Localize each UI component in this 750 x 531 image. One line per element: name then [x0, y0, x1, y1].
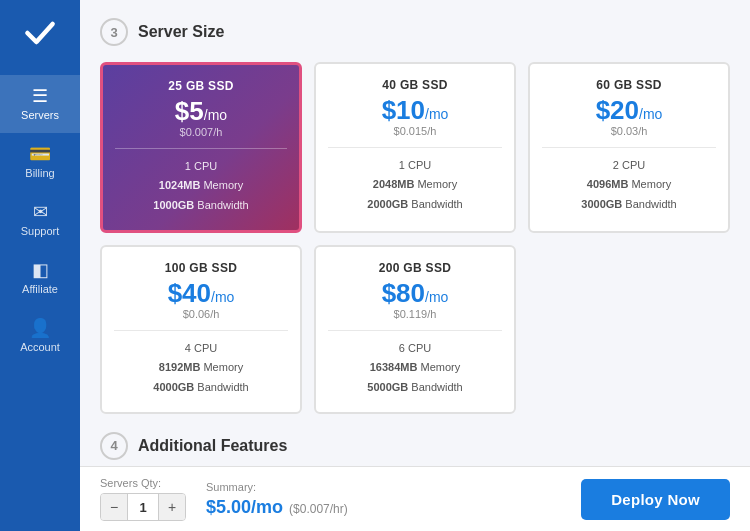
main-content: 3 Server Size 25 GB SSD $5/mo $0.007/h 1… — [80, 0, 750, 531]
card-10mo-hourly: $0.015/h — [328, 125, 502, 137]
sidebar-item-billing[interactable]: 💳 Billing — [0, 133, 80, 191]
card-10mo-price: $10/mo — [328, 96, 502, 125]
section3-number: 3 — [100, 18, 128, 46]
server-card-20mo[interactable]: 60 GB SSD $20/mo $0.03/h 2 CPU 4096MB Me… — [528, 62, 730, 233]
sidebar-item-servers-label: Servers — [21, 109, 59, 121]
sidebar-item-account[interactable]: 👤 Account — [0, 307, 80, 365]
content-area: 3 Server Size 25 GB SSD $5/mo $0.007/h 1… — [80, 0, 750, 466]
card-40mo-specs: 4 CPU 8192MB Memory 4000GB Bandwidth — [114, 339, 288, 398]
card-80mo-specs: 6 CPU 16384MB Memory 5000GB Bandwidth — [328, 339, 502, 398]
summary-section: Summary: $5.00/mo ($0.007/hr) — [206, 481, 348, 518]
sidebar: ☰ Servers 💳 Billing ✉ Support ◧ Affiliat… — [0, 0, 80, 531]
card-40mo-storage: 100 GB SSD — [114, 261, 288, 275]
server-grid: 25 GB SSD $5/mo $0.007/h 1 CPU 1024MB Me… — [100, 62, 730, 414]
card-80mo-price: $80/mo — [328, 279, 502, 308]
server-card-80mo[interactable]: 200 GB SSD $80/mo $0.119/h 6 CPU 16384MB… — [314, 245, 516, 414]
support-icon: ✉ — [33, 203, 48, 221]
sidebar-item-affiliate-label: Affiliate — [22, 283, 58, 295]
section4-number: 4 — [100, 432, 128, 460]
summary-main-price: $5.00/mo — [206, 497, 283, 518]
bottom-bar: Servers Qty: − + Summary: $5.00/mo ($0.0… — [80, 466, 750, 531]
card-10mo-specs: 1 CPU 2048MB Memory 2000GB Bandwidth — [328, 156, 502, 215]
qty-section: Servers Qty: − + — [100, 477, 186, 521]
sidebar-item-support-label: Support — [21, 225, 60, 237]
server-card-10mo[interactable]: 40 GB SSD $10/mo $0.015/h 1 CPU 2048MB M… — [314, 62, 516, 233]
card-80mo-hourly: $0.119/h — [328, 308, 502, 320]
section4-title: Additional Features — [138, 437, 287, 455]
card-40mo-hourly: $0.06/h — [114, 308, 288, 320]
qty-plus-button[interactable]: + — [159, 494, 185, 520]
card-20mo-storage: 60 GB SSD — [542, 78, 716, 92]
billing-icon: 💳 — [29, 145, 51, 163]
card-5mo-storage: 25 GB SSD — [115, 79, 287, 93]
card-5mo-price: $5/mo — [115, 97, 287, 126]
qty-input[interactable] — [127, 494, 159, 520]
card-5mo-specs: 1 CPU 1024MB Memory 1000GB Bandwidth — [115, 157, 287, 216]
card-20mo-hourly: $0.03/h — [542, 125, 716, 137]
account-icon: 👤 — [29, 319, 51, 337]
sidebar-item-support[interactable]: ✉ Support — [0, 191, 80, 249]
server-card-40mo[interactable]: 100 GB SSD $40/mo $0.06/h 4 CPU 8192MB M… — [100, 245, 302, 414]
summary-price: $5.00/mo ($0.007/hr) — [206, 497, 348, 518]
qty-control: − + — [100, 493, 186, 521]
summary-hourly: ($0.007/hr) — [289, 502, 348, 516]
card-5mo-hourly: $0.007/h — [115, 126, 287, 138]
summary-label: Summary: — [206, 481, 348, 493]
affiliate-icon: ◧ — [32, 261, 49, 279]
sidebar-item-account-label: Account — [20, 341, 60, 353]
sidebar-item-servers[interactable]: ☰ Servers — [0, 75, 80, 133]
card-20mo-specs: 2 CPU 4096MB Memory 3000GB Bandwidth — [542, 156, 716, 215]
card-10mo-storage: 40 GB SSD — [328, 78, 502, 92]
card-80mo-storage: 200 GB SSD — [328, 261, 502, 275]
sidebar-item-affiliate[interactable]: ◧ Affiliate — [0, 249, 80, 307]
card-20mo-price: $20/mo — [542, 96, 716, 125]
section4-header: 4 Additional Features — [100, 428, 730, 460]
card-40mo-price: $40/mo — [114, 279, 288, 308]
section3-header: 3 Server Size — [100, 18, 730, 46]
qty-minus-button[interactable]: − — [101, 494, 127, 520]
servers-icon: ☰ — [32, 87, 48, 105]
section3-title: Server Size — [138, 23, 224, 41]
sidebar-item-billing-label: Billing — [25, 167, 54, 179]
server-card-5mo[interactable]: 25 GB SSD $5/mo $0.007/h 1 CPU 1024MB Me… — [100, 62, 302, 233]
logo — [22, 15, 58, 55]
qty-label: Servers Qty: — [100, 477, 186, 489]
deploy-button[interactable]: Deploy Now — [581, 479, 730, 520]
bottom-left: Servers Qty: − + Summary: $5.00/mo ($0.0… — [100, 477, 348, 521]
